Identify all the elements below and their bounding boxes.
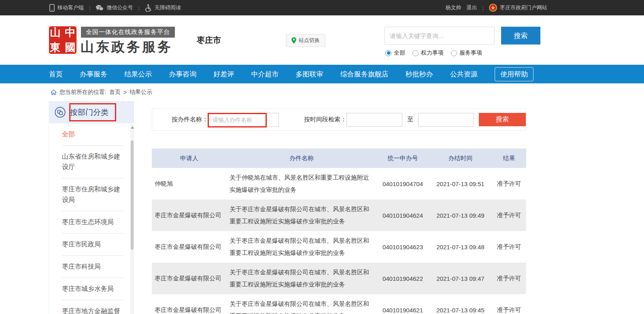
- username-link[interactable]: 杨文帅: [446, 4, 461, 11]
- logout-link[interactable]: 退出: [467, 4, 477, 11]
- site-switch-label: 站点切换: [299, 37, 320, 44]
- site-title: 山东政务服务: [81, 38, 173, 56]
- cell-time: 2021-07-13 09:48: [429, 244, 492, 250]
- results-main: 按办件名称： 按时间段检索： 至 搜索 申请人办件名称统一申办号办结时间结果 仲…: [152, 108, 526, 314]
- column-header: 申请人: [152, 155, 227, 162]
- accessibility-link[interactable]: 无障碍阅读: [145, 4, 181, 12]
- keyword-search-input[interactable]: [385, 27, 495, 45]
- cell-title: 关于枣庄市金星爆破有限公司在城市、风景名胜区和重要工程设施附近实施爆破作业审批的…: [227, 266, 376, 291]
- platform-badge: 全国一体化在线政务服务平台: [81, 27, 175, 38]
- cell-id: 040101904623: [376, 244, 429, 250]
- accessibility-label: 无障碍阅读: [155, 4, 181, 11]
- header-search-button[interactable]: 搜索: [501, 27, 540, 45]
- mobile-client-link[interactable]: 移动客户端: [49, 4, 84, 12]
- sidebar-item[interactable]: 枣庄市民政局: [62, 233, 123, 256]
- site-switch-button[interactable]: 站点切换: [286, 34, 325, 47]
- column-header: 办结时间: [429, 155, 492, 162]
- table-row[interactable]: 枣庄市金星爆破有限公司关于枣庄市金星爆破有限公司在城市、风景名胜区和重要工程设施…: [152, 199, 526, 231]
- cell-id: 040101904704: [376, 180, 429, 187]
- seal-char: 國: [65, 40, 76, 55]
- sidebar-item[interactable]: 枣庄市住房和城乡建设局: [62, 178, 123, 211]
- scrollbar-thumb[interactable]: [131, 140, 134, 250]
- nav-item[interactable]: 结果公示: [124, 70, 152, 79]
- time-to-input[interactable]: [418, 113, 474, 127]
- nav-item[interactable]: 办事咨询: [169, 70, 196, 79]
- sidebar-item[interactable]: 枣庄市生态环境局: [62, 211, 123, 233]
- cell-title: 关于枣庄市金星爆破有限公司在城市、风景名胜区和重要工程设施附近实施爆破作业审批的…: [227, 298, 376, 314]
- department-category-icon: [55, 107, 66, 118]
- sidebar-header: 按部门分类: [49, 101, 134, 123]
- cell-applicant: 枣庄市金星爆破有限公司: [152, 275, 227, 282]
- topbar-separator: |: [89, 5, 90, 11]
- case-name-input[interactable]: [208, 113, 279, 127]
- sidebar-scrollbar[interactable]: [130, 124, 134, 314]
- wechat-label: 微信公众号: [106, 4, 133, 11]
- sidebar-title: 按部门分类: [70, 107, 108, 118]
- table-row[interactable]: 枣庄市金星爆破有限公司关于枣庄市金星爆破有限公司在城市、风景名胜区和重要工程设施…: [152, 263, 526, 294]
- breadcrumb-current: 结果公示: [130, 89, 152, 96]
- accessibility-icon: [145, 4, 152, 12]
- nav-item[interactable]: 好差评: [213, 70, 234, 79]
- wechat-link[interactable]: 微信公众号: [96, 4, 133, 11]
- results-table: 申请人办件名称统一申办号办结时间结果 仲晓旭关于仲晓旭在城市、风景名胜区和重要工…: [152, 149, 526, 314]
- table-row[interactable]: 仲晓旭关于仲晓旭在城市、风景名胜区和重要工程设施附近实施爆破作业审批的业务040…: [152, 168, 526, 199]
- table-row[interactable]: 枣庄市金星爆破有限公司关于枣庄市金星爆破有限公司在城市、风景名胜区和重要工程设施…: [152, 231, 526, 263]
- wechat-icon: [96, 4, 104, 11]
- cell-title: 关于枣庄市金星爆破有限公司在城市、风景名胜区和重要工程设施附近实施爆破作业审批的…: [227, 235, 376, 259]
- nav-item[interactable]: 公共资源: [450, 70, 478, 79]
- filter-search-button[interactable]: 搜索: [479, 113, 526, 126]
- mobile-client-label: 移动客户端: [57, 4, 84, 11]
- table-header-row: 申请人办件名称统一申办号办结时间结果: [152, 149, 526, 168]
- radio-selected-icon: [385, 50, 391, 56]
- seal-char: 山: [50, 25, 61, 40]
- cell-id: 040101904624: [376, 212, 429, 219]
- filter-bar: 按办件名称： 按时间段检索： 至 搜索: [152, 108, 526, 131]
- site-header: 山 中 東 國 全国一体化在线政务服务平台 山东政务服务 枣庄市 站点切换 搜索…: [0, 15, 644, 65]
- column-header: 结果: [492, 155, 526, 162]
- cell-title: 关于枣庄市金星爆破有限公司在城市、风景名胜区和重要工程设施附近实施爆破作业审批的…: [227, 203, 376, 227]
- nav-item[interactable]: 秒批秒办: [406, 70, 433, 79]
- sidebar-item[interactable]: 枣庄市科技局: [62, 256, 123, 278]
- location-pin-icon: [291, 37, 296, 44]
- breadcrumb-separator: >: [123, 89, 127, 95]
- sidebar-item[interactable]: 山东省住房和城乡建设厅: [62, 146, 123, 178]
- radio-option[interactable]: 全部: [385, 49, 405, 57]
- scrollbar-up-arrow-icon[interactable]: [131, 126, 134, 129]
- topbar-left-group: 移动客户端 | 微信公众号 | 无障碍阅读: [49, 4, 181, 12]
- breadcrumb-home-link[interactable]: 首页: [109, 89, 121, 96]
- sidebar-item[interactable]: 枣庄市地方金融监督管理局: [62, 300, 123, 314]
- breadcrumb-prefix: 您当前所在的位置:: [60, 89, 106, 96]
- nav-item[interactable]: 综合服务旗舰店: [340, 70, 389, 79]
- radio-option[interactable]: 权力事项: [412, 49, 444, 57]
- portal-link[interactable]: 枣庄市政府门户网站: [489, 4, 547, 12]
- help-button[interactable]: 使用帮助: [495, 67, 533, 81]
- page-content: 按部门分类 全部山东省住房和城乡建设厅枣庄市住房和城乡建设局枣庄市生态环境局枣庄…: [0, 101, 644, 314]
- top-utility-bar: 移动客户端 | 微信公众号 | 无障碍阅读 杨文帅 退出 | 枣庄市政府门户网站: [0, 0, 644, 15]
- table-row[interactable]: 枣庄市金星爆破有限公司关于枣庄市金星爆破有限公司在城市、风景名胜区和重要工程设施…: [152, 294, 526, 314]
- radio-label: 服务事项: [459, 49, 482, 57]
- national-emblem-icon: [489, 4, 497, 12]
- nav-item[interactable]: 中介超市: [251, 70, 278, 79]
- department-list: 全部山东省住房和城乡建设厅枣庄市住房和城乡建设局枣庄市生态环境局枣庄市民政局枣庄…: [49, 123, 134, 314]
- cell-result: 准予许可: [492, 275, 526, 282]
- nav-item[interactable]: 多图联审: [296, 70, 323, 79]
- main-nav: 首页办事服务结果公示办事咨询好差评中介超市多图联审综合服务旗舰店秒批秒办公共资源…: [0, 65, 644, 83]
- column-header: 统一申办号: [376, 155, 429, 162]
- topbar-right-group: 杨文帅 退出 | 枣庄市政府门户网站: [446, 4, 547, 12]
- cell-applicant: 仲晓旭: [152, 180, 227, 188]
- shandong-seal-logo: 山 中 東 國: [48, 25, 78, 55]
- home-icon: [51, 89, 57, 95]
- table-body: 仲晓旭关于仲晓旭在城市、风景名胜区和重要工程设施附近实施爆破作业审批的业务040…: [152, 168, 526, 314]
- sidebar-item[interactable]: 全部: [62, 123, 123, 146]
- department-sidebar: 按部门分类 全部山东省住房和城乡建设厅枣庄市住房和城乡建设局枣庄市生态环境局枣庄…: [49, 101, 134, 314]
- radio-option[interactable]: 服务事项: [451, 49, 482, 57]
- cell-result: 准予许可: [492, 212, 526, 219]
- breadcrumb: 您当前所在的位置: 首页 > 结果公示: [0, 83, 644, 101]
- time-from-input[interactable]: [346, 113, 402, 127]
- sidebar-item[interactable]: 枣庄市城乡水务局: [62, 278, 123, 300]
- nav-item[interactable]: 首页: [49, 70, 63, 79]
- radio-label: 权力事项: [421, 49, 444, 57]
- topbar-separator: |: [138, 5, 139, 11]
- cell-applicant: 枣庄市金星爆破有限公司: [152, 306, 227, 314]
- nav-item[interactable]: 办事服务: [80, 70, 107, 79]
